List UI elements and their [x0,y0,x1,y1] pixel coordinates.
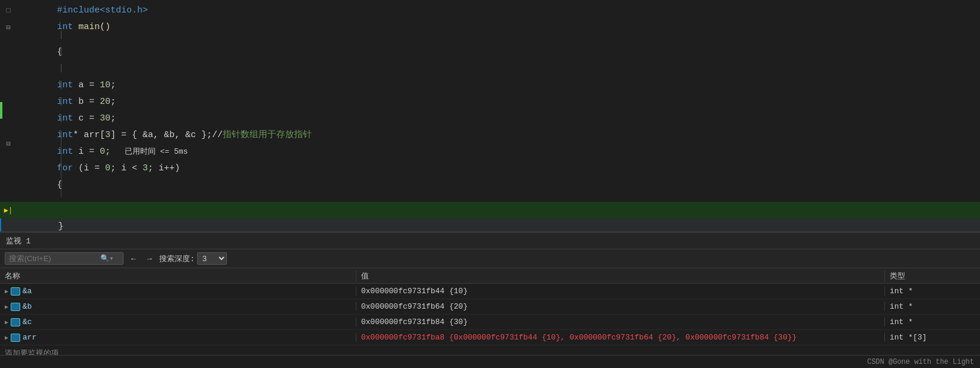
type-a: int * [890,287,913,296]
forward-button[interactable]: → [143,253,156,264]
csdn-label: CSDN @Gone with the Light [867,358,974,366]
watch-row-a[interactable]: ▶ &a 0x000000fc9731fb44 {10} int * [0,284,980,299]
type-arr: int *[3] [890,333,927,342]
watch-row-c-name: ▶ &c [0,318,356,326]
depth-container: 搜索深度: 3 1 2 4 5 [159,252,227,265]
expand-arrow-arr[interactable]: ▶ [5,334,8,341]
search-input-container[interactable]: 🔍▾ [5,252,124,265]
watch-table-header: 名称 值 类型 [0,268,980,284]
watch-toolbar: 🔍▾ ← → 搜索深度: 3 1 2 4 5 [0,249,980,268]
val-arr: 0x000000fc9731fba8 {0x000000fc9731fb44 {… [361,333,796,342]
line-content-14: } [24,202,980,231]
watch-row-b-type: int * [885,302,980,311]
status-bar: CSDN @Gone with the Light [0,355,980,368]
add-watch-label[interactable]: 添加要监视的项 [5,348,59,355]
watch-row-a-type: int * [885,287,980,296]
add-watch-row[interactable]: 添加要监视的项 [0,345,980,355]
watch-icon-a [11,287,20,296]
col-header-name: 名称 [0,271,356,281]
code-line-14: } [0,218,980,231]
watch-table: 名称 值 类型 ▶ &a 0x000000fc9731fb44 {10} int… [0,268,980,355]
close-brace-main: } [58,221,64,231]
watch-row-c-type: int * [885,318,980,326]
watch-row-a-name: ▶ &a [0,287,356,296]
watch-row-a-value: 0x000000fc9731fb44 {10} [356,287,885,296]
watch-row-arr-type: int *[3] [885,333,980,342]
expand-arrow-c[interactable]: ▶ [5,319,8,326]
val-c: 0x000000fc9731fb84 {30} [361,318,467,326]
watch-icon-b [11,303,20,311]
fold-gutter-9[interactable]: ⊟ [0,139,17,148]
var-name-arr: arr [23,333,36,342]
watch-icon-c [11,318,20,326]
watch-row-arr-value: 0x000000fc9731fba8 {0x000000fc9731fb44 {… [356,333,885,342]
watch-row-c[interactable]: ▶ &c 0x000000fc9731fb84 {30} int * [0,315,980,330]
watch-row-b-name: ▶ &b [0,302,356,311]
search-icon[interactable]: 🔍▾ [100,254,113,263]
val-b: 0x000000fc9731fb64 {20} [361,302,467,311]
watch-title-label: 监视 1 [6,236,31,246]
var-name-c: &c [23,318,32,326]
var-name-b: &b [23,302,32,311]
expand-arrow-b[interactable]: ▶ [5,303,8,310]
watch-row-arr-name: ▶ arr [0,333,356,342]
watch-row-arr[interactable]: ▶ arr 0x000000fc9731fba8 {0x000000fc9731… [0,330,980,345]
fold-gutter-13: ▶| [0,206,17,215]
editor-area: □ #include<stdio.h> ⊟ int main() | { | |… [0,0,980,231]
var-name-a: &a [23,287,32,296]
back-button[interactable]: ← [127,253,140,264]
watch-row-b-value: 0x000000fc9731fb64 {20} [356,302,885,311]
fold-gutter-1[interactable]: □ [0,7,17,15]
watch-row-c-value: 0x000000fc9731fb84 {30} [356,318,885,326]
type-c: int * [890,318,913,326]
type-b: int * [890,302,913,311]
col-header-type: 类型 [885,271,980,281]
expand-arrow-a[interactable]: ▶ [5,288,8,295]
green-indicator [0,102,2,119]
watch-icon-arr [11,334,20,342]
val-a: 0x000000fc9731fb44 {10} [361,287,467,296]
pipe-11a: | [57,185,65,202]
watch-title: 监视 1 [0,233,980,249]
search-input[interactable] [9,254,98,263]
watch-panel: 监视 1 🔍▾ ← → 搜索深度: 3 1 2 4 5 名称 值 类型 [0,233,980,368]
fold-gutter-2[interactable]: ⊟ [0,23,17,32]
depth-label: 搜索深度: [159,253,195,264]
col-header-value: 值 [356,271,885,281]
watch-row-b[interactable]: ▶ &b 0x000000fc9731fb64 {20} int * [0,299,980,315]
depth-select[interactable]: 3 1 2 4 5 [197,252,227,265]
